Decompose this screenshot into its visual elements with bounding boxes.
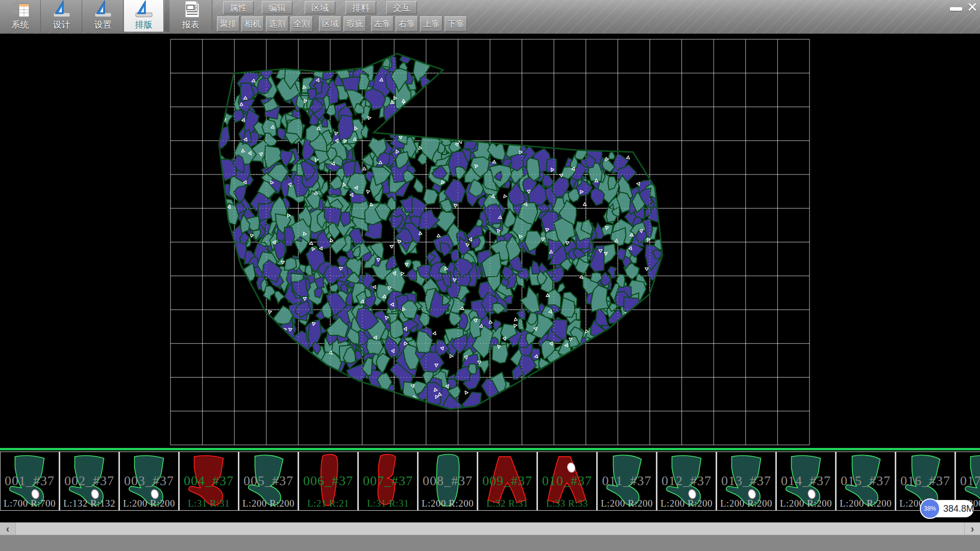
piece-id: 013_#37 (717, 473, 775, 489)
set-square-icon (95, 1, 111, 17)
tab-设计[interactable]: 设计 (41, 0, 82, 32)
nesting-canvas[interactable] (0, 34, 980, 448)
close-button[interactable]: ✕ (965, 0, 980, 14)
gear-doc-icon (10, 0, 31, 18)
tool-全割[interactable]: 全割 (290, 16, 313, 32)
triangle-ruler-icon (52, 0, 72, 18)
tab-label: 设置 (94, 19, 112, 31)
piece-quantities: L:200 R:200 (120, 498, 178, 509)
main-toolbar: 系统设计设置排版报表 属性编辑区域排料交互 聚排相机选割全割区域瑕疵左靠右靠上靠… (0, 0, 980, 34)
piece-id: 016_#37 (896, 473, 954, 489)
piece-card-001_#37[interactable]: 001_#37L:700 R:700 (0, 452, 60, 511)
tool-相机[interactable]: 相机 (241, 16, 264, 32)
scroll-left-button[interactable]: ‹ (0, 522, 16, 535)
piece-card-008_#37[interactable]: 008_#37L:200 R:200 (418, 452, 478, 511)
piece-quantities: L:200 R:200 (777, 498, 835, 509)
piece-card-012_#37[interactable]: 012_#37L:200 R:200 (657, 452, 717, 511)
tab-group-separator (164, 0, 169, 32)
tool-选割[interactable]: 选割 (266, 16, 288, 32)
piece-quantities: L:32 R:31 (478, 498, 536, 509)
chevron-right-icon: › (971, 523, 974, 535)
tab-系统[interactable]: 系统 (0, 0, 41, 32)
piece-card-011_#37[interactable]: 011_#37L:200 R:200 (597, 452, 657, 511)
piece-id: 003_#37 (120, 473, 178, 489)
piece-card-002_#37[interactable]: 002_#37L:132 R:132 (60, 452, 119, 511)
piece-id: 012_#37 (657, 473, 716, 489)
piece-quantities: L:31 R:31 (359, 498, 417, 509)
piece-quantities: L:200 R:200 (419, 498, 477, 509)
piece-id: 014_#37 (777, 473, 835, 489)
tab-报表[interactable]: 报表 (169, 0, 212, 32)
piece-id: 011_#37 (598, 473, 656, 489)
piece-card-005_#37[interactable]: 005_#37L:200 R:200 (239, 452, 299, 511)
piece-card-007_#37[interactable]: 007_#37L:31 R:31 (358, 452, 418, 511)
triangle-ruler-icon (93, 0, 113, 18)
piece-id: 005_#37 (239, 473, 298, 489)
piece-id: 004_#37 (180, 473, 238, 489)
piece-card-009_#37[interactable]: 009_#37L:32 R:31 (478, 452, 537, 511)
tool-右靠[interactable]: 右靠 (396, 16, 418, 32)
triangle-ruler-icon (134, 0, 154, 18)
piece-card-006_#37[interactable]: 006_#37L:21 R:21 (299, 452, 358, 511)
tab-设置[interactable]: 设置 (83, 0, 124, 32)
tool-左靠[interactable]: 左靠 (371, 16, 394, 32)
memory-value: 384.8M (943, 500, 974, 517)
tool-下靠[interactable]: 下靠 (445, 16, 467, 32)
close-icon: ✕ (967, 1, 978, 14)
piece-id: 002_#37 (60, 473, 118, 489)
minimize-icon (950, 7, 962, 11)
nesting-app-window: 系统设计设置排版报表 属性编辑区域排料交互 聚排相机选割全割区域瑕疵左靠右靠上靠… (0, 0, 980, 551)
piece-quantities: L:700 R:700 (1, 498, 59, 509)
piece-quantities: L:33 R:33 (538, 498, 596, 509)
tool-聚排[interactable]: 聚排 (217, 16, 239, 32)
status-bar (0, 535, 980, 551)
scroll-right-button[interactable]: › (964, 522, 980, 535)
menu-属性[interactable]: 属性 (223, 1, 254, 14)
tab-排版[interactable]: 排版 (124, 0, 164, 32)
set-square-icon (54, 1, 70, 17)
piece-id: 017_#37 (956, 473, 980, 489)
tool-区域[interactable]: 区域 (319, 16, 341, 32)
menu-交互[interactable]: 交互 (386, 1, 417, 14)
tool-瑕疵[interactable]: 瑕疵 (344, 16, 366, 32)
piece-id: 007_#37 (359, 473, 417, 489)
progress-percent: 38% (924, 505, 936, 512)
progress-circle: 38% (920, 498, 940, 519)
piece-quantities: L:200 R:200 (239, 498, 298, 509)
piece-card-015_#37[interactable]: 015_#37L:200 R:200 (836, 452, 896, 511)
strip-accent-shadow (0, 450, 980, 450)
minimize-button[interactable] (947, 4, 965, 13)
memory-status-badge: 38% 384.8M (922, 500, 974, 517)
piece-quantities: L:200 R:200 (598, 498, 656, 509)
tab-label: 报表 (182, 19, 200, 31)
piece-strip: 001_#37L:700 R:700002_#37L:132 R:132003_… (0, 448, 980, 522)
menu-排料[interactable]: 排料 (346, 1, 376, 14)
tool-上靠[interactable]: 上靠 (420, 16, 443, 32)
piece-quantities: L:132 R:132 (60, 498, 118, 509)
piece-card-014_#37[interactable]: 014_#37L:200 R:200 (776, 452, 836, 511)
piece-quantities: L:200 R:200 (657, 498, 716, 509)
piece-quantities: L:31 R:31 (180, 498, 238, 509)
piece-card-004_#37[interactable]: 004_#37L:31 R:31 (179, 452, 239, 511)
piece-card-003_#37[interactable]: 003_#37L:200 R:200 (119, 452, 179, 511)
report-icon (181, 0, 201, 18)
piece-card-013_#37[interactable]: 013_#37L:200 R:200 (717, 452, 776, 511)
piece-id: 015_#37 (837, 473, 895, 489)
piece-id: 006_#37 (299, 473, 357, 489)
tab-label: 排版 (135, 19, 153, 31)
piece-id: 001_#37 (1, 473, 59, 489)
piece-card-list: 001_#37L:700 R:700002_#37L:132 R:132003_… (0, 452, 980, 511)
nested-pieces (214, 50, 668, 419)
piece-id: 008_#37 (419, 473, 477, 489)
piece-card-010_#37[interactable]: 010_#37L:33 R:33 (537, 452, 597, 511)
menu-编辑[interactable]: 编辑 (262, 1, 292, 14)
piece-id: 009_#37 (478, 473, 536, 489)
strip-scrollbar[interactable]: ‹ › (0, 522, 980, 535)
tab-label: 系统 (12, 19, 29, 31)
menu-区域[interactable]: 区域 (305, 1, 335, 14)
piece-id: 010_#37 (538, 473, 596, 489)
tab-label: 设计 (53, 19, 70, 31)
piece-quantities: L:200 R:200 (717, 498, 775, 509)
report-doc-icon (185, 1, 199, 17)
nesting-drawing (0, 34, 980, 448)
